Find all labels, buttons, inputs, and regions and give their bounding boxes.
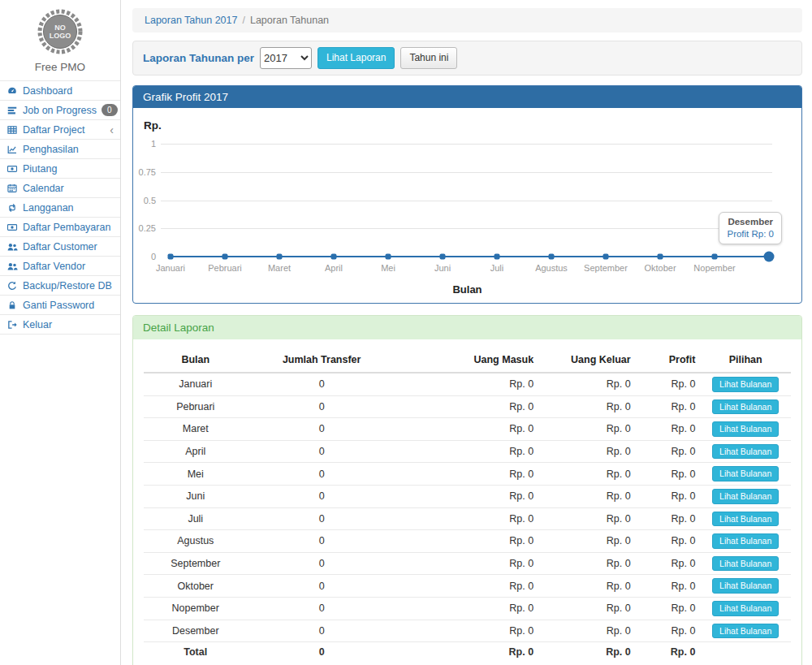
cell-pilihan: Lihat Bulanan <box>700 485 791 507</box>
cell-uang-masuk: Rp. 0 <box>396 620 538 642</box>
cell-profit: Rp. 0 <box>636 440 701 463</box>
sidebar-item-label: Backup/Restore DB <box>23 280 112 291</box>
cell-pilihan: Lihat Bulanan <box>700 395 791 418</box>
cell-uang-keluar: Rp. 0 <box>538 597 636 620</box>
profit-line <box>171 256 769 257</box>
filter-label: Laporan Tahunan per <box>143 52 254 64</box>
cell-profit: Rp. 0 <box>636 597 701 620</box>
cell-pilihan: Lihat Bulanan <box>700 507 791 530</box>
logo-area: NO LOGO Free PMO <box>0 0 120 80</box>
cell-profit: Rp. 0 <box>636 575 701 598</box>
main-content: Laporan Tahun 2017/Laporan Tahunan Lapor… <box>121 0 812 665</box>
app-layout: NO LOGO Free PMO DashboardJob on Progres… <box>0 0 812 665</box>
total-pilihan-empty <box>700 642 791 663</box>
chart-plot-area: JanuariPebruariMaretAprilMeiJuniJuliAgus… <box>171 108 769 303</box>
sidebar-item-piutang[interactable]: Piutang <box>0 159 120 179</box>
tasks-icon <box>6 105 18 116</box>
x-tick-label: Nopember <box>693 263 735 273</box>
users-icon <box>6 241 18 253</box>
lihat-laporan-button[interactable]: Lihat Laporan <box>317 47 395 68</box>
sidebar-item-dashboard[interactable]: Dashboard <box>0 81 120 101</box>
cell-profit: Rp. 0 <box>636 418 701 441</box>
sidebar-item-label: Keluar <box>23 319 52 330</box>
x-tick-label: September <box>584 263 628 273</box>
tooltip-title: Desember <box>727 217 774 227</box>
cell-uang-masuk: Rp. 0 <box>396 530 538 553</box>
sidebar-item-daftar-vendor[interactable]: Daftar Vendor <box>0 257 120 276</box>
cell-profit: Rp. 0 <box>636 463 701 486</box>
cell-bulan: Oktober <box>144 575 248 598</box>
cell-bulan: Mei <box>144 463 248 486</box>
lihat-bulanan-button[interactable]: Lihat Bulanan <box>712 512 779 527</box>
lihat-bulanan-button[interactable]: Lihat Bulanan <box>712 399 779 415</box>
lihat-bulanan-button[interactable]: Lihat Bulanan <box>712 444 779 460</box>
sidebar-item-daftar-project[interactable]: Daftar Project‹ <box>0 120 120 140</box>
sidebar-item-penghasilan[interactable]: Penghasilan <box>0 140 120 159</box>
lihat-bulanan-button[interactable]: Lihat Bulanan <box>712 578 779 594</box>
table-row-mei: Mei0Rp. 0Rp. 0Rp. 0Lihat Bulanan <box>144 463 791 486</box>
monthly-report-table: BulanJumlah TransferUang MasukUang Kelua… <box>144 348 791 663</box>
detail-panel-title: Detail Laporan <box>133 316 801 339</box>
cell-bulan: Agustus <box>144 530 248 553</box>
lihat-bulanan-button[interactable]: Lihat Bulanan <box>712 533 779 549</box>
sidebar-item-label: Calendar <box>23 183 64 194</box>
sidebar-item-label: Ganti Password <box>23 300 94 311</box>
cell-pilihan: Lihat Bulanan <box>700 552 791 575</box>
svg-text:LOGO: LOGO <box>50 32 71 40</box>
lihat-bulanan-button[interactable]: Lihat Bulanan <box>712 624 779 639</box>
sidebar-item-label: Daftar Project <box>23 124 84 136</box>
sidebar-item-keluar[interactable]: Keluar <box>0 315 120 335</box>
sidebar-menu: DashboardJob on Progress0Daftar Project‹… <box>0 80 120 335</box>
cell-pilihan: Lihat Bulanan <box>700 597 791 620</box>
sidebar-item-label: Dashboard <box>23 85 72 97</box>
breadcrumb-link[interactable]: Laporan Tahun 2017 <box>145 15 237 26</box>
cell-bulan: September <box>144 552 248 575</box>
table-total-row: Total0Rp. 0Rp. 0Rp. 0 <box>144 642 791 663</box>
chart-panel-title: Grafik Profit 2017 <box>133 86 801 108</box>
sidebar-item-langganan[interactable]: Langganan <box>0 198 120 218</box>
x-axis-title: Bulan <box>452 283 482 296</box>
lihat-bulanan-button[interactable]: Lihat Bulanan <box>712 466 779 481</box>
year-select[interactable]: 2017 <box>260 47 312 69</box>
col-header-jumlah-transfer: Jumlah Transfer <box>248 348 396 373</box>
cell-bulan: Pebruari <box>144 395 248 418</box>
lihat-bulanan-button[interactable]: Lihat Bulanan <box>712 556 779 572</box>
tahun-ini-button[interactable]: Tahun ini <box>400 47 457 68</box>
cell-profit: Rp. 0 <box>636 530 701 553</box>
y-tick-label: 0.25 <box>133 223 156 233</box>
detail-report-panel: Detail Laporan BulanJumlah TransferUang … <box>132 315 802 665</box>
sidebar-item-calendar[interactable]: Calendar <box>0 179 120 198</box>
cell-uang-keluar: Rp. 0 <box>538 485 636 507</box>
cell-bulan: Nopember <box>144 597 248 620</box>
gridline <box>161 228 772 229</box>
cell-uang-keluar: Rp. 0 <box>538 418 636 441</box>
total-bulan: Total <box>144 642 248 663</box>
money-icon <box>6 163 18 175</box>
cell-jumlah-transfer: 0 <box>248 463 396 486</box>
sidebar-item-job-on-progress[interactable]: Job on Progress0 <box>0 101 120 120</box>
table-row-september: September0Rp. 0Rp. 0Rp. 0Lihat Bulanan <box>144 552 791 575</box>
x-tick-label: Juli <box>490 263 504 273</box>
lihat-bulanan-button[interactable]: Lihat Bulanan <box>712 601 779 616</box>
y-tick-label: 0.5 <box>133 196 156 205</box>
sidebar-item-daftar-customer[interactable]: Daftar Customer <box>0 237 120 257</box>
sidebar-item-label: Piutang <box>23 163 57 175</box>
sidebar-item-ganti-password[interactable]: Ganti Password <box>0 296 120 315</box>
sidebar-item-label: Penghasilan <box>23 144 79 155</box>
cell-uang-masuk: Rp. 0 <box>396 597 538 620</box>
lihat-bulanan-button[interactable]: Lihat Bulanan <box>712 377 779 392</box>
tooltip-value: Profit Rp: 0 <box>727 229 774 239</box>
gridline <box>161 144 772 145</box>
lihat-bulanan-button[interactable]: Lihat Bulanan <box>712 421 779 437</box>
cell-jumlah-transfer: 0 <box>248 418 396 441</box>
cell-jumlah-transfer: 0 <box>248 530 396 553</box>
breadcrumb: Laporan Tahun 2017/Laporan Tahunan <box>132 8 802 32</box>
cell-bulan: Maret <box>144 418 248 441</box>
lihat-bulanan-button[interactable]: Lihat Bulanan <box>712 489 779 504</box>
sidebar-item-backup-restore-db[interactable]: Backup/Restore DB <box>0 276 120 296</box>
sidebar-item-daftar-pembayaran[interactable]: Daftar Pembayaran <box>0 218 120 237</box>
cell-profit: Rp. 0 <box>636 485 701 507</box>
total-uang-keluar: Rp. 0 <box>538 642 636 663</box>
chart-tooltip: Desember Profit Rp: 0 <box>719 212 782 244</box>
cell-profit: Rp. 0 <box>636 395 701 418</box>
